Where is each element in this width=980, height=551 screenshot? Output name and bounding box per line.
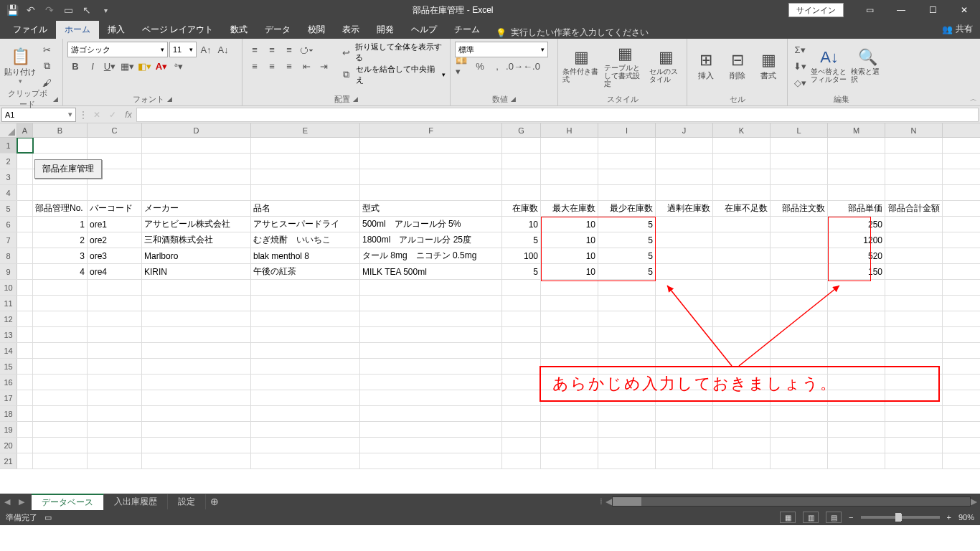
- maximize-icon[interactable]: ☐: [917, 0, 948, 20]
- tab-view[interactable]: 表示: [334, 21, 368, 39]
- col-header[interactable]: E: [251, 123, 360, 137]
- tab-home[interactable]: ホーム: [56, 21, 99, 39]
- row-header[interactable]: 5: [0, 201, 17, 216]
- col-header[interactable]: G: [502, 123, 541, 137]
- font-color-button[interactable]: A▾: [154, 58, 169, 74]
- cell[interactable]: メーカー: [142, 201, 251, 216]
- sheet-nav-prev-icon[interactable]: ◀: [0, 497, 14, 507]
- formula-input[interactable]: [136, 108, 979, 122]
- tab-team[interactable]: チーム: [446, 21, 489, 39]
- tell-me-search[interactable]: 💡 実行したい作業を入力してください: [496, 27, 649, 39]
- row-header[interactable]: 4: [0, 185, 17, 200]
- decrease-decimal-icon[interactable]: ←.0: [524, 58, 540, 74]
- cell[interactable]: 品名: [251, 201, 360, 216]
- align-bottom-icon[interactable]: ≡: [281, 42, 297, 57]
- conditional-format-button[interactable]: ▦条件付き書式: [562, 42, 601, 89]
- collapse-ribbon-icon[interactable]: ︿: [970, 94, 977, 104]
- merge-center-button[interactable]: ⧉セルを結合して中央揃え▾: [339, 64, 446, 85]
- normal-view-icon[interactable]: ▦: [780, 512, 796, 523]
- delete-cells-button[interactable]: ⊟削除: [723, 42, 752, 89]
- page-layout-view-icon[interactable]: ▥: [803, 512, 819, 523]
- minimize-icon[interactable]: —: [885, 0, 917, 20]
- clear-icon[interactable]: ◇▾: [792, 75, 808, 90]
- undo-icon[interactable]: ↶: [23, 2, 39, 18]
- cell[interactable]: 部品単価: [828, 201, 885, 216]
- tab-formulas[interactable]: 数式: [222, 21, 256, 39]
- save-icon[interactable]: 💾: [4, 2, 20, 18]
- col-header[interactable]: H: [541, 123, 598, 137]
- cell[interactable]: 最大在庫数: [541, 201, 598, 216]
- row-header[interactable]: 9: [0, 264, 17, 279]
- row-header[interactable]: 7: [0, 232, 17, 248]
- font-name-select[interactable]: 游ゴシック▾: [67, 42, 168, 57]
- ribbon-options-icon[interactable]: ▭: [854, 0, 885, 20]
- border-button[interactable]: ▦▾: [119, 58, 135, 74]
- tab-help[interactable]: ヘルプ: [402, 21, 446, 39]
- cell[interactable]: 部品管理No.: [33, 201, 88, 216]
- redo-icon[interactable]: ↷: [42, 2, 57, 18]
- cell[interactable]: 最少在庫数: [598, 201, 656, 216]
- share-button[interactable]: 👥 共有: [942, 23, 973, 35]
- find-select-button[interactable]: 🔍検索と選択: [851, 42, 884, 89]
- col-header[interactable]: C: [88, 123, 142, 137]
- cell[interactable]: 部品合計金額: [885, 201, 943, 216]
- sheet-tab-history[interactable]: 入出庫履歴: [104, 494, 168, 509]
- align-middle-icon[interactable]: ≡: [264, 42, 280, 57]
- cell[interactable]: バーコード: [88, 201, 142, 216]
- row-header[interactable]: 6: [0, 217, 17, 232]
- format-as-table-button[interactable]: ▦テーブルとして書式設定: [604, 42, 647, 89]
- row-header[interactable]: 1: [0, 138, 17, 153]
- percent-icon[interactable]: %: [472, 58, 488, 74]
- tab-pagelayout[interactable]: ページ レイアウト: [133, 21, 222, 39]
- decrease-font-icon[interactable]: A↓: [215, 42, 231, 57]
- cell[interactable]: 型式: [360, 201, 502, 216]
- sheet-tab-settings[interactable]: 設定: [168, 494, 206, 509]
- format-cells-button[interactable]: ▦書式: [754, 42, 783, 89]
- zoom-out-icon[interactable]: −: [849, 513, 853, 522]
- increase-font-icon[interactable]: A↑: [198, 42, 214, 57]
- sort-filter-button[interactable]: A↓並べ替えとフィルター: [811, 42, 848, 89]
- fx-icon[interactable]: fx: [121, 110, 136, 120]
- align-top-icon[interactable]: ≡: [247, 42, 263, 57]
- font-size-select[interactable]: 11▾: [169, 42, 197, 57]
- cell[interactable]: 部品注文数: [771, 201, 828, 216]
- underline-button[interactable]: U▾: [102, 58, 118, 74]
- align-left-icon[interactable]: ≡: [247, 58, 263, 74]
- col-header[interactable]: A: [17, 123, 33, 137]
- cell[interactable]: [17, 138, 33, 153]
- col-header[interactable]: K: [713, 123, 771, 137]
- wrap-text-button[interactable]: ↩折り返して全体を表示する: [339, 42, 446, 63]
- qat-dropdown-icon[interactable]: ▾: [98, 2, 113, 18]
- increase-decimal-icon[interactable]: .0→: [507, 58, 522, 74]
- tab-data[interactable]: データ: [256, 21, 299, 39]
- col-header[interactable]: F: [360, 123, 502, 137]
- col-header[interactable]: J: [656, 123, 713, 137]
- tab-developer[interactable]: 開発: [368, 21, 402, 39]
- col-header[interactable]: D: [142, 123, 251, 137]
- currency-icon[interactable]: 💴▾: [455, 58, 471, 74]
- row-header[interactable]: 3: [0, 169, 17, 184]
- decrease-indent-icon[interactable]: ⇤: [298, 58, 314, 74]
- italic-button[interactable]: I: [85, 58, 100, 74]
- page-break-view-icon[interactable]: ▤: [826, 512, 842, 523]
- macro-record-icon[interactable]: ▭: [44, 513, 52, 522]
- zoom-in-icon[interactable]: +: [947, 513, 951, 522]
- copy-icon[interactable]: ⧉: [39, 58, 55, 74]
- worksheet-grid[interactable]: 1 2 3 4 5 部品管理No. バーコード メーカー 品名 型式 在庫数 最…: [0, 138, 980, 494]
- align-center-icon[interactable]: ≡: [264, 58, 280, 74]
- sheet-tab-database[interactable]: データベース: [32, 494, 104, 510]
- cut-icon[interactable]: ✂: [39, 42, 55, 57]
- tab-insert[interactable]: 挿入: [99, 21, 133, 39]
- sheet-nav-next-icon[interactable]: ▶: [14, 497, 29, 507]
- comma-icon[interactable]: ,: [489, 58, 505, 74]
- col-header[interactable]: L: [771, 123, 828, 137]
- cell-styles-button[interactable]: ▦セルのスタイル: [649, 42, 682, 89]
- phonetic-button[interactable]: ᵃ▾: [171, 58, 187, 74]
- col-header[interactable]: M: [828, 123, 885, 137]
- cancel-formula-icon[interactable]: ✕: [89, 110, 105, 120]
- increase-indent-icon[interactable]: ⇥: [316, 58, 331, 74]
- close-icon[interactable]: ✕: [948, 0, 980, 20]
- signin-button[interactable]: サインイン: [788, 3, 844, 17]
- orientation-icon[interactable]: ⭯▾: [298, 42, 314, 57]
- col-header[interactable]: B: [33, 123, 88, 137]
